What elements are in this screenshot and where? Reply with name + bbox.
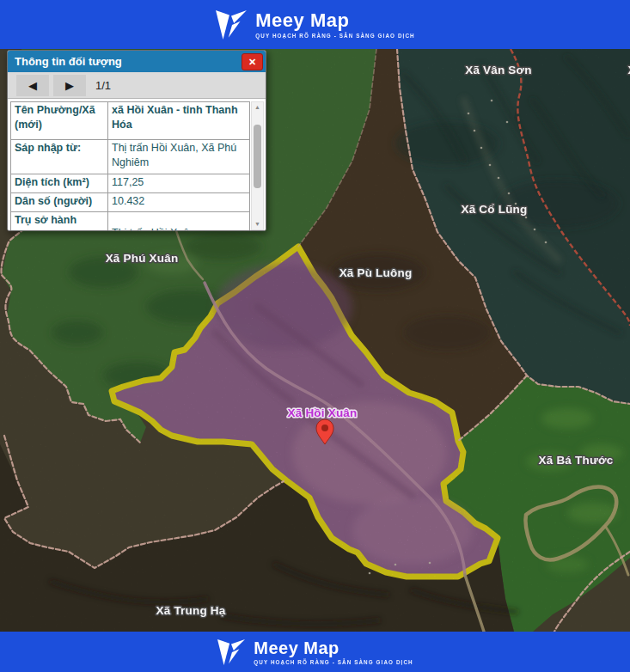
- map-label-co-lung: Xã Cổ Lũng: [462, 203, 528, 216]
- row-value: 117,25: [108, 174, 250, 193]
- brand-name: Meey Map: [254, 639, 413, 657]
- map-label-hoi-xuan: Xã Hồi Xuân: [288, 406, 358, 419]
- scrollbar-thumb[interactable]: [254, 125, 261, 188]
- row-label: Sáp nhập từ:: [11, 140, 108, 174]
- brand-logo: Meey Map QUY HOẠCH RÕ RÀNG - SẴN SÀNG GI…: [217, 638, 413, 666]
- map-label-trung-ha: Xã Trung Hạ: [156, 604, 226, 617]
- map-label-phu-xuan: Xã Phú Xuân: [106, 252, 179, 265]
- next-page-button[interactable]: ▶: [53, 75, 86, 96]
- attribute-table: Tên Phường/Xã (mới) xã Hồi Xuân - tỉnh T…: [10, 101, 250, 230]
- popup-table-area: Tên Phường/Xã (mới) xã Hồi Xuân - tỉnh T…: [8, 99, 266, 230]
- popup-title: Thông tin đối tượng: [15, 55, 122, 68]
- brand-tagline: QUY HOẠCH RÕ RÀNG - SẴN SÀNG GIAO DỊCH: [254, 659, 413, 665]
- table-row: Diện tích (km²) 117,25: [11, 174, 250, 193]
- scrollbar-track[interactable]: [252, 113, 263, 219]
- popup-header: Thông tin đối tượng ✕: [8, 51, 266, 72]
- row-value: Thị trấn Hồi Xuân, Xã Phú Nghiêm: [108, 140, 250, 174]
- row-label: Dân số (người): [11, 193, 108, 212]
- info-popup: Thông tin đối tượng ✕ ◀ ▶ 1/1 Tên Phường…: [7, 50, 266, 231]
- scroll-up-icon[interactable]: ▲: [254, 102, 260, 113]
- row-value: Thị trấn Hồi Xuân: [108, 212, 250, 231]
- table-row: Sáp nhập từ: Thị trấn Hồi Xuân, Xã Phú N…: [11, 140, 250, 174]
- meeymap-logo-icon: [215, 9, 248, 40]
- popup-pager: ◀ ▶ 1/1: [8, 72, 266, 99]
- popup-scrollbar[interactable]: ▲ ▼: [251, 101, 264, 230]
- map-canvas[interactable]: Xã Vân Sơn Xã Xã Cổ Lũng Xã Phú Xuân Xã …: [0, 49, 630, 632]
- map-label-pu-luong: Xã Pù Luông: [339, 266, 413, 279]
- app-footer: Meey Map QUY HOẠCH RÕ RÀNG - SẴN SÀNG GI…: [0, 632, 630, 672]
- brand-tagline: QUY HOẠCH RÕ RÀNG - SẴN SÀNG GIAO DỊCH: [255, 33, 414, 39]
- row-label: Tên Phường/Xã (mới): [11, 102, 108, 140]
- app-header: Meey Map QUY HOẠCH RÕ RÀNG - SẴN SÀNG GI…: [0, 0, 630, 49]
- scroll-down-icon[interactable]: ▼: [254, 219, 260, 229]
- table-row: Tên Phường/Xã (mới) xã Hồi Xuân - tỉnh T…: [11, 102, 250, 140]
- close-icon[interactable]: ✕: [242, 53, 263, 70]
- row-label: Diện tích (km²): [11, 174, 108, 193]
- table-row: Dân số (người) 10.432: [11, 193, 250, 212]
- prev-page-button[interactable]: ◀: [16, 75, 49, 96]
- map-label-ba-thuoc: Xã Bá Thước: [539, 454, 614, 467]
- page-indicator: 1/1: [95, 79, 111, 92]
- meeymap-logo-icon: [217, 638, 246, 666]
- brand-logo: Meey Map QUY HOẠCH RÕ RÀNG - SẴN SÀNG GI…: [215, 9, 414, 40]
- meey-map-app: Meey Map QUY HOẠCH RÕ RÀNG - SẴN SÀNG GI…: [0, 0, 630, 672]
- map-label-van-son: Xã Vân Sơn: [465, 64, 532, 76]
- table-row: Trụ sở hành chính (mới) Thị trấn Hồi Xuâ…: [11, 212, 250, 231]
- row-label: Trụ sở hành chính (mới): [11, 212, 108, 231]
- row-value: 10.432: [108, 193, 250, 212]
- row-value: xã Hồi Xuân - tỉnh Thanh Hóa: [108, 102, 250, 140]
- brand-name: Meey Map: [255, 11, 414, 30]
